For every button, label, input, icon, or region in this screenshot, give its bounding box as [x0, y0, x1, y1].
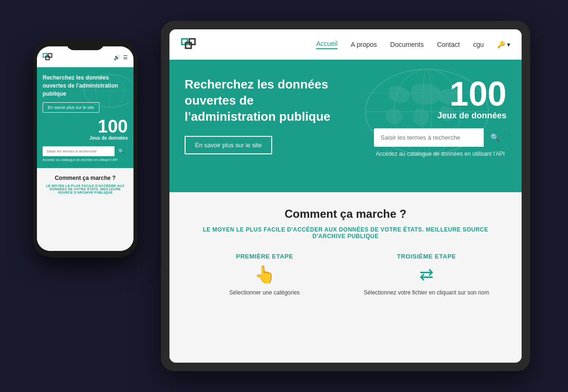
tablet-section-title: Comment ça marche ? — [188, 207, 503, 221]
tablet-content: Comment ça marche ? LE MOYEN LE PLUS FAC… — [169, 192, 522, 363]
phone-notch — [66, 40, 104, 50]
step-2-label: TROISIÈME ETAPE — [350, 253, 503, 260]
svg-rect-9 — [189, 39, 195, 45]
tablet-step-1: PREMIÈRE ETAPE 👆 Sélectionner une catégo… — [188, 253, 341, 296]
phone-number-row: 100 Jeux de données — [43, 117, 128, 143]
phone-section-subtitle: LE MOYEN LE PLUS FACILE D'ACCÉDER AUX DO… — [43, 184, 128, 194]
phone-dataset-count: 100 — [98, 117, 128, 135]
tablet-logo-icon — [181, 35, 200, 54]
tablet-screen: Accueil A propos Documents Contact cgu 🔑… — [169, 29, 522, 363]
tablet-hero-title: Recherchez les données ouvertes de l'adm… — [185, 77, 346, 125]
step-1-label: PREMIÈRE ETAPE — [188, 253, 341, 260]
svg-rect-0 — [43, 53, 47, 57]
step-1-icon: 👆 — [188, 265, 341, 285]
step-2-icon: ⇄ — [350, 265, 503, 285]
phone-section-title: Comment ça marche ? — [43, 175, 128, 181]
nav-link-accueil[interactable]: Accueil — [316, 40, 337, 49]
tablet-hero-right: 100 Jeux de données 🔍 Accédez au catalog… — [374, 77, 506, 157]
phone-dataset-label: Jeux de données — [89, 135, 128, 141]
tablet-api-text: Accédez au catalogue de données en utili… — [374, 151, 506, 157]
step-1-desc: Sélectionner une catégories — [188, 289, 341, 296]
phone-screen: 🔊 ☰ Recherchez les données ouvertes de l… — [37, 46, 133, 251]
tablet-search-bar: 🔍 — [374, 128, 506, 147]
login-dropdown-icon: ▾ — [507, 41, 510, 48]
scene: 🔊 ☰ Recherchez les données ouvertes de l… — [24, 11, 544, 381]
tablet-dataset-label: Jeux de données — [437, 111, 506, 121]
tablet-hero-left: Recherchez les données ouvertes de l'adm… — [185, 77, 374, 154]
phone-content: Comment ça marche ? LE MOYEN LE PLUS FAC… — [37, 168, 133, 251]
nav-link-contact[interactable]: Contact — [437, 41, 460, 48]
tablet-dataset-count: 100 — [450, 77, 506, 111]
phone-device: 🔊 ☰ Recherchez les données ouvertes de l… — [33, 40, 137, 258]
tablet-steps-row: PREMIÈRE ETAPE 👆 Sélectionner une catégo… — [188, 253, 503, 296]
tablet-hero: Recherchez les données ouvertes de l'adm… — [169, 60, 522, 192]
tablet-navbar: Accueil A propos Documents Contact cgu 🔑… — [169, 29, 522, 60]
phone-nav-icons: 🔊 ☰ — [114, 54, 128, 61]
phone-search-button[interactable]: 🔍 — [115, 146, 128, 156]
svg-rect-8 — [186, 43, 191, 48]
nav-link-documents[interactable]: Documents — [390, 41, 424, 48]
nav-link-cgu[interactable]: cgu — [473, 41, 484, 48]
svg-rect-7 — [182, 39, 187, 45]
phone-api-text: Accédez au catalogue de données en utili… — [43, 158, 128, 161]
step-2-desc: Sélectionnez votre fichier en cliquant s… — [350, 289, 503, 296]
svg-rect-1 — [46, 56, 50, 60]
tablet-nav-links: Accueil A propos Documents Contact cgu 🔑… — [316, 40, 510, 49]
tablet-device: Accueil A propos Documents Contact cgu 🔑… — [161, 21, 530, 371]
svg-rect-2 — [48, 53, 52, 57]
tablet-search-button[interactable]: 🔍 — [484, 128, 506, 147]
nav-login-button[interactable]: 🔑 ▾ — [497, 41, 510, 48]
tablet-section-subtitle: LE MOYEN LE PLUS FACILE D'ACCÉDER AUX DO… — [188, 226, 503, 240]
phone-menu-icon[interactable]: ☰ — [123, 54, 128, 61]
phone-search-input[interactable] — [43, 147, 115, 156]
phone-logo-icon — [43, 51, 55, 63]
tablet-search-input[interactable] — [374, 129, 484, 146]
phone-sound-icon: 🔊 — [114, 54, 120, 61]
tablet-step-2: TROISIÈME ETAPE ⇄ Sélectionnez votre fic… — [350, 253, 503, 296]
phone-search-bar: 🔍 — [43, 146, 128, 156]
phone-hero: Recherchez les données ouvertes de l'adm… — [37, 67, 133, 168]
tablet-learn-more-button[interactable]: En savoir plus sur le site — [185, 136, 272, 154]
login-icon: 🔑 — [497, 41, 505, 48]
nav-link-apropos[interactable]: A propos — [351, 41, 377, 48]
